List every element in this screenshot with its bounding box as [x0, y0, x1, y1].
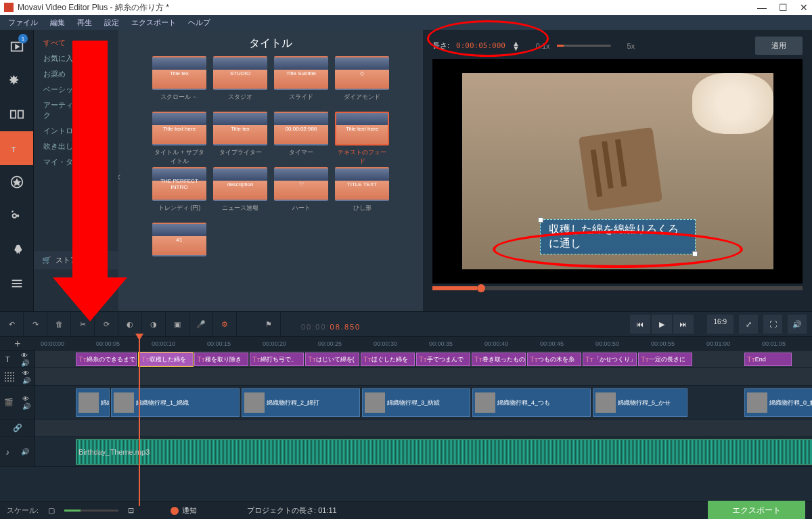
title-clip[interactable]: Tт 一定の長さに: [638, 353, 692, 366]
seek-bar[interactable]: [432, 286, 803, 290]
sidebar-media[interactable]: 1: [0, 30, 33, 64]
volume-icon[interactable]: 🔊: [788, 315, 807, 334]
ruler-tick: 00:00:05: [96, 340, 120, 347]
minimize-button[interactable]: —: [757, 2, 767, 13]
title-card[interactable]: descriptionニュース速報: [213, 167, 267, 217]
title-clip[interactable]: Tт 巻き取ったもの: [472, 353, 526, 366]
redo-button[interactable]: ↷: [24, 312, 47, 336]
video-preview[interactable]: 収穫した綿を綿繰りろくろに通し: [432, 59, 803, 284]
menu-file[interactable]: ファイル: [3, 16, 43, 29]
playhead[interactable]: [139, 337, 140, 506]
record-button[interactable]: 🎤: [189, 312, 213, 336]
menu-settings[interactable]: 設定: [99, 16, 125, 29]
chevron-left-icon[interactable]: ‹: [118, 171, 120, 183]
video-clip[interactable]: 綿織物行程_5_かせ: [593, 388, 687, 417]
subtitle-overlay[interactable]: 収穫した綿を綿繰りろくろに通し: [540, 219, 696, 254]
menu-edit[interactable]: 編集: [45, 16, 70, 29]
duration-spinner[interactable]: ▲▼: [512, 41, 520, 51]
title-card[interactable]: #1: [152, 223, 206, 273]
sidebar-transitions[interactable]: [0, 97, 33, 131]
title-clip[interactable]: Tт ほぐした綿を: [361, 353, 415, 366]
title-clip[interactable]: Tт 種を取り除き: [194, 353, 248, 366]
title-clip[interactable]: Tт 手でつまんで: [416, 353, 470, 366]
sidebar-animation[interactable]: [0, 233, 33, 267]
cat-all[interactable]: すべて: [34, 35, 118, 51]
menubar: ファイル 編集 再生 設定 エクスポート ヘルプ: [0, 15, 812, 30]
title-card[interactable]: Title Subtitleスライド: [274, 56, 328, 106]
title-clip[interactable]: Tт はじいて綿を(: [305, 353, 359, 366]
video-clip[interactable]: 綿織: [76, 388, 110, 417]
maximize-button[interactable]: ☐: [779, 2, 788, 13]
title-clip[interactable]: Tт 綿糸のできるまで: [76, 353, 137, 366]
sidebar-filters[interactable]: [0, 64, 33, 97]
menu-export[interactable]: エクスポート: [126, 16, 181, 29]
speed-slider[interactable]: [557, 45, 611, 47]
video-clip[interactable]: 綿織物行程_4_つも: [472, 388, 591, 417]
title-card[interactable]: Title text hereテキストのフェード: [335, 112, 389, 162]
video-clip[interactable]: 綿織物行程_0_解説(トヨタ産業: [744, 388, 812, 417]
fullscreen-icon[interactable]: ⛶: [763, 315, 782, 334]
title-clip[interactable]: Tт 綿打ち弓で、: [250, 353, 304, 366]
visibility-icon[interactable]: 👁🔊: [21, 352, 29, 367]
crop-button[interactable]: ◐: [118, 312, 142, 336]
title-clip[interactable]: Tт End: [744, 353, 792, 366]
title-clip[interactable]: Tт 「かせつくり」を: [583, 353, 637, 366]
visibility-icon[interactable]: 👁🔊: [22, 395, 30, 410]
cut-button[interactable]: ✂: [71, 312, 95, 336]
cat-my[interactable]: マイ・タイトル: [34, 154, 118, 170]
timeline-ruler[interactable]: + 00:00:0000:00:0500:00:1000:00:1500:00:…: [0, 337, 812, 351]
add-track-button[interactable]: +: [0, 337, 35, 351]
title-card[interactable]: Title texスクロール ←: [152, 56, 206, 106]
aspect-button[interactable]: 16:9: [707, 315, 734, 334]
title-card[interactable]: ◇ダイアモンド: [335, 56, 389, 106]
menu-help[interactable]: ヘルプ: [183, 16, 216, 29]
title-card[interactable]: ♡ハート: [274, 167, 328, 217]
title-card[interactable]: Title texタイプライター: [213, 112, 267, 162]
title-card[interactable]: 00:00:02:986タイマー: [274, 112, 328, 162]
cat-art[interactable]: アーティスティック: [34, 97, 118, 123]
sidebar-more[interactable]: [0, 267, 33, 300]
cat-intro[interactable]: イントロ: [34, 123, 118, 139]
title-card[interactable]: Title text hereタイトル + サブタイトル: [152, 112, 206, 162]
zoom-slider[interactable]: [64, 510, 118, 512]
color-button[interactable]: ◑: [142, 312, 166, 336]
sidebar-titles[interactable]: T: [0, 131, 33, 165]
popout-icon[interactable]: ⤢: [739, 315, 758, 334]
transition-wiz-button[interactable]: ▣: [166, 312, 189, 336]
visibility-icon[interactable]: 🔊: [21, 448, 29, 455]
menu-play[interactable]: 再生: [72, 16, 97, 29]
video-clip[interactable]: 綿織物行程_2_綿打: [242, 388, 360, 417]
clip-properties-button[interactable]: ⚙: [213, 312, 237, 336]
cat-fav[interactable]: お気に入り: [34, 51, 118, 66]
rotate-button[interactable]: ⟳: [95, 312, 118, 336]
title-card[interactable]: STUDIOスタジオ: [213, 56, 267, 106]
zoom-out-icon[interactable]: ▢: [48, 506, 55, 515]
marker-button[interactable]: ⚑: [257, 312, 281, 336]
close-button[interactable]: ✕: [800, 2, 808, 13]
store-button[interactable]: 🛒 ストア: [34, 251, 118, 269]
zoom-fit-icon[interactable]: ⊡: [128, 506, 134, 515]
title-clip[interactable]: Tт つもの木を糸: [527, 353, 581, 366]
title-browser: ‹ タイトル Title texスクロール ←STUDIOスタジオTitle S…: [118, 30, 423, 311]
undo-button[interactable]: ↶: [0, 312, 24, 336]
cat-speech[interactable]: 吹き出し: [34, 139, 118, 154]
prev-button[interactable]: ⏮: [630, 315, 650, 334]
duration-value[interactable]: 0:00:05:000: [456, 41, 505, 50]
cat-basic[interactable]: ベーシック: [34, 82, 118, 97]
export-button[interactable]: エクスポート: [708, 501, 805, 519]
title-clip[interactable]: Tт 収穫した綿を: [139, 353, 193, 366]
notification-button[interactable]: 通知: [171, 505, 197, 516]
apply-button[interactable]: 適用: [755, 37, 803, 55]
sidebar-stickers[interactable]: [0, 165, 33, 199]
next-button[interactable]: ⏭: [673, 315, 694, 334]
video-clip[interactable]: 綿織物行程_1_綿織: [111, 388, 240, 417]
title-card[interactable]: TITLE TEXTひし形: [335, 167, 389, 217]
audio-clip[interactable]: Birthday_Theme.mp3: [76, 439, 812, 465]
delete-button[interactable]: 🗑: [47, 312, 71, 336]
cat-rec[interactable]: お奨め: [34, 66, 118, 82]
sidebar-callouts[interactable]: [0, 199, 33, 233]
play-button[interactable]: ▶: [652, 315, 672, 334]
visibility-icon[interactable]: 👁🔊: [22, 369, 30, 384]
title-card[interactable]: THE PERFECT INTROトレンディ (円): [152, 167, 206, 217]
video-clip[interactable]: 綿織物行程_3_紡績: [362, 388, 470, 417]
